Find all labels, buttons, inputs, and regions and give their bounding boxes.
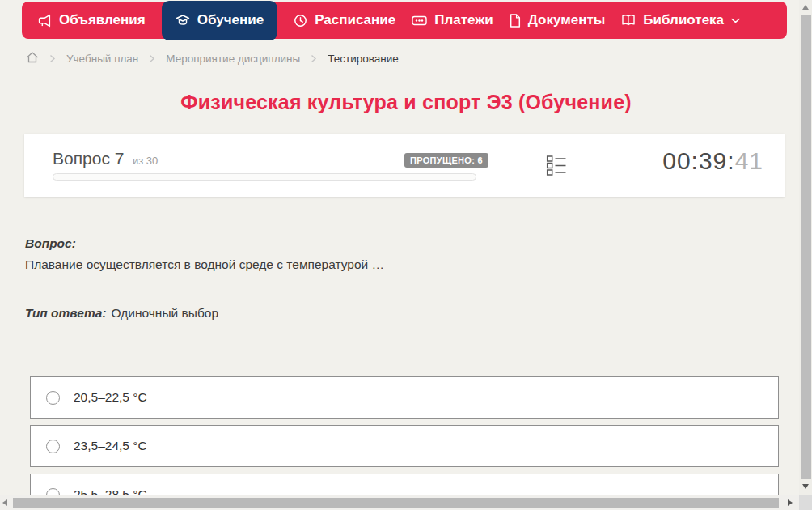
vertical-scrollbar-thumb[interactable] [801,15,811,479]
answer-option-1[interactable]: 20,5–22,5 °C [30,376,779,419]
nav-item-label: Библиотека [643,12,724,28]
breadcrumb-testing: Тестирование [328,53,399,65]
answer-type-label: Тип ответа: [25,306,107,320]
graduation-cap-icon [176,14,190,27]
scroll-right-arrow-icon[interactable] [788,499,793,506]
page-title: Физическая культура и спорт Э3 (Обучение… [0,91,812,114]
answer-type-value: Одиночный выбор [112,306,219,320]
chevron-down-icon [731,18,740,23]
question-progress-bar [53,173,476,181]
timer-hours-minutes: 00:39: [662,147,734,174]
scroll-left-arrow-icon[interactable] [2,499,7,506]
home-icon[interactable] [26,51,39,66]
radio-icon[interactable] [46,391,60,405]
clock-icon [294,14,307,28]
book-icon [621,14,636,27]
nav-item-announcements[interactable]: Объявления [38,12,146,28]
answer-option-label: 20,5–22,5 °C [74,390,147,405]
document-icon [510,14,521,28]
nav-item-payments[interactable]: Платежи [412,12,493,28]
megaphone-icon [38,14,52,28]
nav-item-label: Платежи [434,12,493,28]
answer-option-2[interactable]: 23,5–24,5 °C [30,425,779,467]
breadcrumb-separator-icon [49,54,56,63]
page: Объявления Обучение Расписание Платежи Д… [0,0,812,510]
breadcrumb-separator-icon [149,54,155,63]
horizontal-scrollbar-thumb[interactable] [13,498,779,508]
question-number: Вопрос 7 [53,149,124,168]
main-nav: Объявления Обучение Расписание Платежи Д… [22,2,787,39]
breadcrumb-study-plan[interactable]: Учебный план [66,53,138,65]
nav-item-label: Расписание [315,12,395,28]
timer: 00:39:41 [662,147,763,175]
breadcrumb: Учебный план Мероприятие дисциплины Тест… [26,51,399,66]
nav-item-label: Документы [528,12,606,28]
scroll-up-arrow-icon[interactable] [802,5,809,10]
nav-item-label: Объявления [59,12,146,28]
answer-type-line: Тип ответа:Одиночный выбор [25,306,218,321]
breadcrumb-separator-icon [311,54,317,63]
vertical-scrollbar[interactable] [799,0,812,495]
timer-seconds: 41 [735,147,763,174]
skipped-badge: ПРОПУЩЕНО: 6 [404,153,488,168]
scroll-down-arrow-icon[interactable] [802,484,809,489]
nav-item-library[interactable]: Библиотека [621,12,740,28]
question-total: из 30 [133,155,158,167]
nav-item-documents[interactable]: Документы [510,12,606,28]
horizontal-scrollbar[interactable] [0,495,799,510]
question-text: Плавание осуществляется в водной среде с… [25,257,384,272]
question-list-icon[interactable] [546,155,567,178]
nav-item-schedule[interactable]: Расписание [294,12,395,28]
wallet-icon [412,15,427,27]
answer-option-label: 23,5–24,5 °C [74,439,147,453]
breadcrumb-discipline-event[interactable]: Мероприятие дисциплины [166,53,300,65]
radio-icon[interactable] [46,440,60,453]
scrollbar-corner [799,495,812,510]
nav-item-learning[interactable]: Обучение [162,1,277,40]
question-label: Вопрос: [25,236,76,251]
question-header-card: Вопрос 7 из 30 ПРОПУЩЕНО: 6 00:39:41 [24,134,785,197]
question-counter: Вопрос 7 из 30 [53,149,158,168]
nav-item-label: Обучение [197,12,264,28]
